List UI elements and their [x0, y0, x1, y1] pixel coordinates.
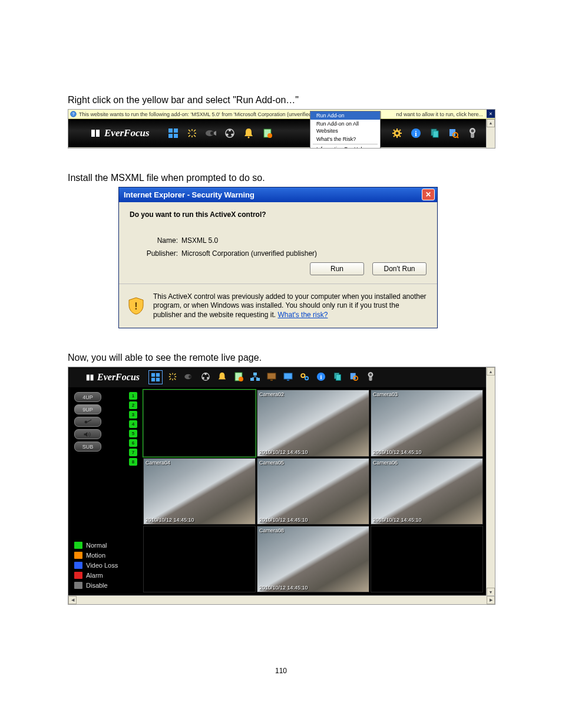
channel-3-button[interactable]: 3 [129, 411, 137, 419]
camera-icon[interactable] [205, 127, 217, 139]
svg-point-12 [231, 133, 233, 136]
svg-point-59 [305, 377, 308, 380]
sheet-icon[interactable] [233, 371, 244, 383]
scroll-left-icon[interactable]: ◀ [68, 596, 77, 604]
legend-alarm: Alarm [74, 572, 137, 579]
search-icon[interactable] [348, 371, 360, 383]
gears-icon[interactable] [299, 371, 310, 383]
ptz-icon[interactable] [365, 371, 376, 383]
info-icon[interactable]: i [315, 371, 327, 383]
svg-text:!: ! [134, 301, 137, 311]
monitor-icon[interactable] [282, 371, 294, 383]
channel-5-button[interactable]: 5 [129, 430, 137, 437]
camera-icon[interactable] [183, 371, 195, 383]
gear-icon[interactable] [391, 127, 403, 139]
svg-rect-41 [151, 378, 155, 381]
search-icon[interactable] [448, 127, 459, 139]
svg-point-13 [226, 133, 228, 136]
close-icon[interactable]: ✕ [422, 189, 435, 200]
brand-logo-icon [86, 373, 95, 382]
svg-point-69 [85, 420, 88, 423]
scrollbar-vertical[interactable]: ▲ [486, 119, 495, 148]
scrollbar-vertical[interactable]: ▲ ▼ [486, 367, 495, 596]
svg-point-48 [202, 377, 204, 380]
svg-point-58 [301, 374, 305, 377]
status-legend: Normal Motion Video Loss Alarm Disable [74, 542, 137, 591]
film-icon[interactable] [224, 127, 236, 139]
scroll-up-icon[interactable]: ▲ [487, 119, 495, 127]
copy-icon[interactable] [429, 127, 441, 139]
mic-icon [84, 419, 92, 425]
info-icon[interactable]: i [410, 127, 422, 139]
camera-cell-7[interactable] [143, 526, 256, 592]
scroll-up-icon[interactable]: ▲ [487, 367, 495, 375]
camera-cell-2[interactable]: Camera022010/10/12 14:45:10 [257, 390, 369, 456]
sparkle-icon[interactable] [167, 371, 178, 383]
svg-rect-53 [256, 378, 260, 381]
sound-button[interactable] [74, 429, 101, 439]
brand-text: EverFocus [97, 372, 140, 383]
svg-point-44 [189, 375, 191, 378]
sheet-icon[interactable] [262, 127, 273, 139]
camera-cell-4[interactable]: Camera042010/10/12 14:45:10 [143, 458, 256, 525]
menu-item-run-addon[interactable]: Run Add-on [310, 111, 380, 120]
svg-rect-29 [433, 131, 438, 137]
ptz-icon[interactable] [467, 127, 478, 139]
camera-cell-3[interactable]: Camera032010/10/12 14:45:10 [371, 390, 483, 456]
scrollbar-horizontal[interactable]: ◀ ▶ [68, 595, 495, 604]
dont-run-button[interactable]: Don't Run [372, 262, 427, 275]
bell-icon[interactable] [216, 371, 228, 383]
menu-item-run-addon-all[interactable]: Run Add-on on All Websites [310, 120, 380, 135]
layout-9up-button[interactable]: 9UP [74, 404, 101, 414]
svg-point-68 [369, 373, 372, 375]
menu-item-whats-risk[interactable]: What's the Risk? [310, 135, 380, 143]
channel-4-button[interactable]: 4 [129, 420, 137, 428]
film-icon[interactable] [200, 371, 211, 383]
brand: EverFocus [86, 372, 140, 383]
svg-point-17 [395, 131, 399, 136]
sub-button[interactable]: SUB [74, 442, 101, 452]
svg-point-46 [204, 373, 207, 375]
grid-icon[interactable] [167, 127, 179, 139]
layout-4up-button[interactable]: 4UP [74, 392, 101, 402]
channel-1-button[interactable]: 1 [129, 392, 137, 400]
grid-icon[interactable] [149, 371, 162, 384]
info-icon: ? [70, 111, 77, 117]
monitor2-icon[interactable] [266, 371, 277, 383]
swatch-videoloss [74, 562, 82, 569]
channel-7-button[interactable]: 7 [129, 449, 137, 456]
context-menu: Run Add-on Run Add-on on All Websites Wh… [310, 111, 381, 149]
svg-rect-37 [87, 374, 90, 380]
scroll-down-icon[interactable]: ▼ [487, 588, 495, 596]
channel-2-button[interactable]: 2 [129, 401, 137, 409]
ie-security-dialog: Internet Explorer - Security Warning ✕ D… [118, 187, 438, 329]
whats-the-risk-link[interactable]: What's the risk? [277, 311, 328, 319]
channel-6-button[interactable]: 6 [129, 439, 137, 447]
sparkle-icon[interactable] [186, 127, 198, 139]
legend-disable: Disable [74, 582, 137, 589]
bell-icon[interactable] [243, 127, 254, 139]
camera-cell-5[interactable]: Camera052010/10/12 14:45:10 [257, 458, 369, 525]
ie-info-bar[interactable]: ? This website wants to run the followin… [68, 110, 495, 119]
mic-button[interactable] [74, 417, 101, 427]
close-icon[interactable]: × [487, 110, 495, 118]
camera-cell-6[interactable]: Camera062010/10/12 14:45:10 [371, 458, 483, 525]
camera-cell-1[interactable] [143, 390, 256, 456]
svg-rect-7 [174, 134, 178, 138]
network-icon[interactable] [249, 371, 261, 383]
run-button[interactable]: Run [310, 262, 364, 275]
dialog-question: Do you want to run this ActiveX control? [130, 210, 427, 219]
scroll-right-icon[interactable]: ▶ [487, 596, 495, 604]
brand-text: EverFocus [104, 127, 150, 139]
svg-point-35 [471, 129, 474, 132]
value-publisher: Microsoft Corporation (unverified publis… [181, 249, 317, 258]
shield-icon: ! [127, 292, 145, 320]
svg-rect-38 [91, 374, 94, 380]
copy-icon[interactable] [332, 371, 343, 383]
camera-cell-8[interactable]: Camera082010/10/12 14:45:10 [257, 526, 369, 592]
channel-8-button[interactable]: 8 [129, 458, 137, 466]
menu-item-info-bar-help[interactable]: Information Bar Help [310, 145, 380, 149]
swatch-disable [74, 582, 82, 589]
speaker-icon [83, 431, 92, 437]
camera-cell-9[interactable] [371, 526, 483, 592]
